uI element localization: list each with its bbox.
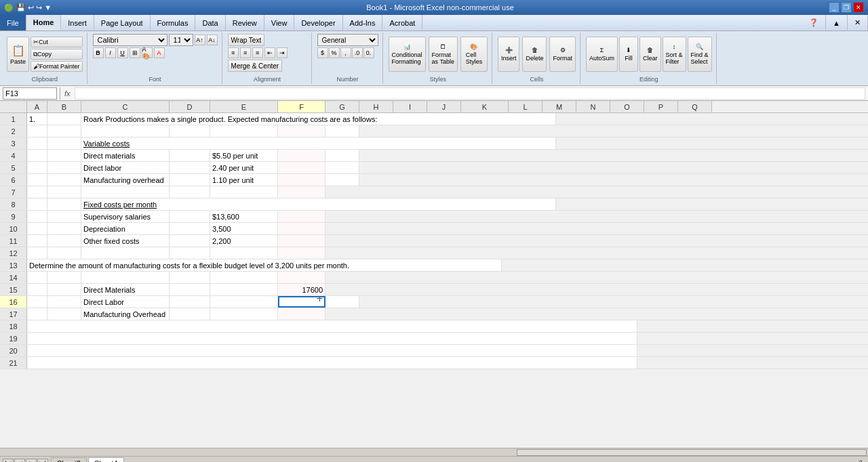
decrease-decimal-button[interactable]: 0. — [363, 47, 374, 58]
align-right-button[interactable]: ≡ — [252, 47, 263, 58]
col-header-G[interactable]: G — [326, 101, 359, 112]
row-header-11[interactable]: 11 — [0, 235, 27, 247]
col-header-C[interactable]: C — [81, 101, 170, 112]
cell-C10[interactable]: Depreciation — [81, 223, 170, 234]
cell-D11[interactable] — [170, 235, 210, 247]
cell-styles-button[interactable]: 🎨 CellStyles — [460, 37, 488, 72]
cell-C17[interactable]: Manufacturing Overhead — [81, 308, 170, 320]
cell-E15[interactable] — [210, 284, 278, 295]
number-format-select[interactable]: General — [317, 34, 378, 46]
cell-E5[interactable]: 2.40 per unit — [210, 162, 278, 173]
cell-E10[interactable]: 3,500 — [210, 223, 278, 234]
cell-B17[interactable] — [47, 308, 81, 320]
row-header-17[interactable]: 17 — [0, 308, 27, 320]
cell-E2[interactable] — [210, 125, 278, 137]
cell-C11[interactable]: Other fixed costs — [81, 235, 170, 247]
cell-A13[interactable]: Determine the amount of manufacturing co… — [27, 259, 502, 271]
cell-E11[interactable]: 2,200 — [210, 235, 278, 247]
cell-C14[interactable] — [81, 272, 170, 283]
tab-view[interactable]: View — [264, 15, 295, 30]
cell-A6[interactable] — [27, 174, 47, 186]
cell-B16[interactable] — [47, 296, 81, 308]
comma-button[interactable]: , — [340, 47, 351, 58]
cell-D14[interactable] — [170, 272, 210, 283]
row-header-9[interactable]: 9 — [0, 211, 27, 222]
cell-F2[interactable] — [278, 125, 326, 137]
cut-button[interactable]: ✂ Cut — [31, 37, 83, 47]
cell-D7[interactable] — [170, 186, 210, 198]
row-header-1[interactable]: 1 — [0, 113, 27, 125]
currency-button[interactable]: $ — [317, 47, 328, 58]
row-header-6[interactable]: 6 — [0, 174, 27, 186]
cell-C16[interactable]: Direct Labor — [81, 296, 170, 308]
sheet-navigation[interactable]: |◀ ◀ ▶ ▶| — [3, 459, 48, 463]
row-header-12[interactable]: 12 — [0, 247, 27, 259]
cell-A9[interactable] — [27, 211, 47, 222]
clear-button[interactable]: 🗑 Clear — [639, 37, 661, 72]
row-header-16[interactable]: 16 — [0, 296, 27, 308]
cell-C2[interactable] — [81, 125, 170, 137]
cell-F15[interactable]: 17600 — [278, 284, 326, 295]
cell-E12[interactable] — [210, 247, 278, 259]
row-header-2[interactable]: 2 — [0, 125, 27, 137]
cell-E17[interactable] — [210, 308, 278, 320]
cell-D16[interactable] — [170, 296, 210, 308]
row-header-19[interactable]: 19 — [0, 333, 27, 344]
cell-A2[interactable] — [27, 125, 47, 137]
row-header-18[interactable]: 18 — [0, 320, 27, 332]
cell-C12[interactable] — [81, 247, 170, 259]
sort-filter-button[interactable]: ↕ Sort &Filter — [663, 37, 686, 72]
tab-home[interactable]: Home — [26, 15, 62, 30]
indent-increase-button[interactable]: ⇥ — [277, 47, 288, 58]
cell-F5[interactable] — [278, 162, 326, 173]
title-bar-controls[interactable]: _ ❐ ✕ — [829, 2, 864, 13]
format-cells-button[interactable]: ⚙ Format — [549, 37, 576, 72]
cell-A14[interactable] — [27, 272, 47, 283]
sheet-tab-sheet4[interactable]: Sheet4 — [88, 457, 124, 463]
last-sheet-button[interactable]: ▶| — [37, 459, 48, 463]
col-header-L[interactable]: L — [509, 101, 542, 112]
cell-D6[interactable] — [170, 174, 210, 186]
delete-cells-button[interactable]: 🗑 Delete — [522, 37, 547, 72]
col-header-F[interactable]: F — [278, 101, 326, 112]
cell-D15[interactable] — [170, 284, 210, 295]
col-header-K[interactable]: K — [461, 101, 509, 112]
row-header-10[interactable]: 10 — [0, 223, 27, 234]
cell-G5[interactable] — [326, 162, 359, 173]
cell-D4[interactable] — [170, 150, 210, 161]
close-excel-button[interactable]: ✕ — [848, 15, 868, 30]
row-header-20[interactable]: 20 — [0, 345, 27, 356]
cell-A3[interactable] — [27, 138, 47, 149]
cell-B12[interactable] — [47, 247, 81, 259]
cell-B15[interactable] — [47, 284, 81, 295]
cell-C6[interactable]: Manufacturing overhead — [81, 174, 170, 186]
cell-A15[interactable] — [27, 284, 47, 295]
merge-center-button[interactable]: Merge & Center — [228, 60, 283, 72]
indent-decrease-button[interactable]: ⇤ — [264, 47, 275, 58]
cell-C4[interactable]: Direct materials — [81, 150, 170, 161]
tab-file[interactable]: File — [0, 15, 26, 30]
cell-B9[interactable] — [47, 211, 81, 222]
cell-B1[interactable] — [47, 113, 81, 125]
cell-A1[interactable]: 1. — [27, 113, 47, 125]
cell-A5[interactable] — [27, 162, 47, 173]
cell-B3[interactable] — [47, 138, 81, 149]
cell-C9[interactable]: Supervisory salaries — [81, 211, 170, 222]
cell-A16[interactable] — [27, 296, 47, 308]
font-name-select[interactable]: Calibri — [93, 34, 167, 46]
sheet-tab-sheet3[interactable]: Sheet3 — [51, 457, 87, 462]
cell-B11[interactable] — [47, 235, 81, 247]
cell-A12[interactable] — [27, 247, 47, 259]
percent-button[interactable]: % — [329, 47, 340, 58]
cell-E14[interactable] — [210, 272, 278, 283]
tab-data[interactable]: Data — [195, 15, 225, 30]
row-header-7[interactable]: 7 — [0, 186, 27, 198]
bold-button[interactable]: B — [93, 47, 104, 58]
col-header-B[interactable]: B — [47, 101, 81, 112]
cell-B5[interactable] — [47, 162, 81, 173]
cell-F12[interactable] — [278, 247, 326, 259]
cell-F4[interactable] — [278, 150, 326, 161]
formula-input[interactable] — [75, 87, 865, 100]
cell-F16-selected[interactable]: + — [278, 296, 326, 308]
cell-E4[interactable]: $5.50 per unit — [210, 150, 278, 161]
